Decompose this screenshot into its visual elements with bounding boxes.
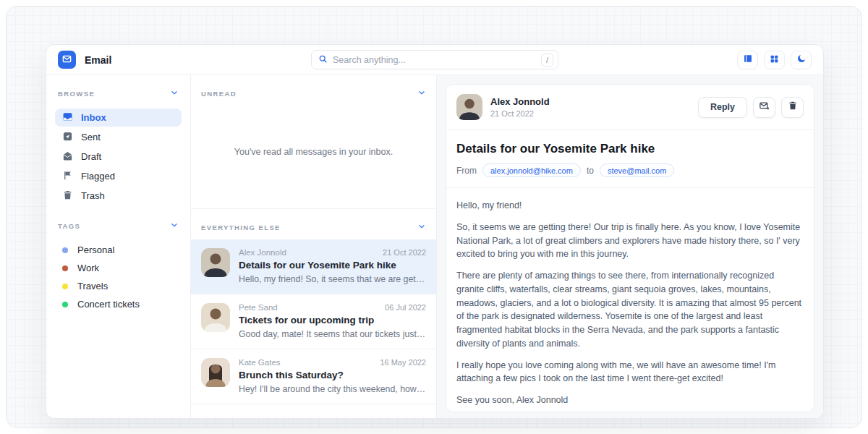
sidebar-item-label: Flagged <box>81 171 115 182</box>
sent-icon <box>62 131 73 144</box>
sidebar-item-flagged[interactable]: Flagged <box>55 167 182 185</box>
tag-item-travels[interactable]: Travels <box>55 277 182 295</box>
browse-section-header: BROWSE <box>55 85 182 101</box>
chevron-down-icon[interactable] <box>417 221 426 234</box>
grid-icon <box>770 54 779 67</box>
tag-color-dot <box>62 302 68 307</box>
email-summary: Pete Sand 06 Jul 2022 Tickets for our up… <box>239 303 426 339</box>
detail-date: 21 Oct 2022 <box>490 109 550 118</box>
detail-sender-name: Alex Jonnold <box>490 96 550 107</box>
unread-empty-state: You've read all messages in your inbox. <box>191 106 436 198</box>
sidebar-item-label: Inbox <box>81 112 106 123</box>
tag-item-work[interactable]: Work <box>55 259 182 277</box>
moon-icon <box>796 54 807 67</box>
to-label: to <box>587 166 594 176</box>
reading-list-button[interactable] <box>737 51 758 69</box>
email-list-item-kate[interactable]: Kate Gates 16 May 2022 Brunch this Satur… <box>191 349 436 404</box>
flag-icon <box>62 170 73 183</box>
email-app-window: Email / <box>46 44 824 419</box>
tag-label: Travels <box>77 281 108 292</box>
tags-nav: Personal Work Travels Concert tickets <box>55 241 182 313</box>
delete-email-button[interactable] <box>781 97 804 118</box>
envelope-forward-icon <box>759 101 770 114</box>
email-date: 21 Oct 2022 <box>383 248 426 257</box>
sidebar-item-label: Sent <box>81 132 101 142</box>
tag-color-dot <box>62 265 68 271</box>
email-sender: Kate Gates <box>239 358 281 367</box>
tags-section: TAGS Personal Work <box>55 218 182 313</box>
forward-email-button[interactable] <box>753 97 775 118</box>
email-preview: Hello, my friend! So, it seems that we a… <box>239 274 426 284</box>
detail-subject: Details for our Yosemite Park hike <box>446 130 814 156</box>
search-input[interactable] <box>333 55 536 65</box>
browse-section-title: BROWSE <box>58 90 95 98</box>
email-summary: Kate Gates 16 May 2022 Brunch this Satur… <box>239 358 426 394</box>
sidebar-item-draft[interactable]: Draft <box>55 148 182 166</box>
book-icon <box>743 54 753 67</box>
sidebar-item-trash[interactable]: Trash <box>55 187 182 205</box>
tag-item-concert-tickets[interactable]: Concert tickets <box>55 295 182 313</box>
trash-icon <box>62 190 73 203</box>
tag-color-dot <box>62 247 68 253</box>
everything-else-section-title: EVERYTHING ELSE <box>201 224 281 231</box>
avatar <box>201 358 230 387</box>
body-paragraph: There are plenty of amazing things to se… <box>456 269 804 351</box>
canvas-frame: Email / <box>6 6 862 428</box>
tags-section-header: TAGS <box>55 218 182 234</box>
email-sender: Alex Jonnold <box>239 248 286 257</box>
email-sender: Pete Sand <box>239 303 278 312</box>
sidebar-item-sent[interactable]: Sent <box>55 128 182 146</box>
from-to-row: From alex.jonnold@hike.com to steve@mail… <box>446 156 814 188</box>
app-header: Email / <box>46 45 823 75</box>
email-list-item-pete[interactable]: Pete Sand 06 Jul 2022 Tickets for our up… <box>191 294 436 349</box>
chevron-down-icon[interactable] <box>170 219 179 232</box>
email-date: 06 Jul 2022 <box>385 303 426 312</box>
email-list-item-alex[interactable]: Alex Jonnold 21 Oct 2022 Details for our… <box>191 239 436 294</box>
email-list-column: UNREAD You've read all messages in your … <box>191 75 437 418</box>
email-preview: Hey! I'll be around the city this weeken… <box>239 384 426 394</box>
email-detail-column: Alex Jonnold 21 Oct 2022 Reply <box>437 75 823 418</box>
detail-sender-block: Alex Jonnold 21 Oct 2022 <box>490 96 550 118</box>
email-logo <box>58 51 76 69</box>
search-shortcut-badge: / <box>541 54 553 67</box>
inbox-icon <box>62 111 73 124</box>
avatar <box>456 94 482 120</box>
detail-actions: Reply <box>698 97 804 118</box>
from-label: From <box>456 166 477 176</box>
email-body: Hello, my friend! So, it seems we are ge… <box>446 188 814 412</box>
search-bar[interactable]: / <box>311 50 558 69</box>
to-email-chip[interactable]: steve@mail.com <box>600 163 674 177</box>
email-summary: Alex Jonnold 21 Oct 2022 Details for our… <box>239 248 426 284</box>
avatar <box>201 248 230 277</box>
email-subject: Tickets for our upcoming trip <box>239 315 426 326</box>
reply-button[interactable]: Reply <box>698 97 747 118</box>
tag-item-personal[interactable]: Personal <box>55 241 182 259</box>
from-email-chip[interactable]: alex.jonnold@hike.com <box>482 163 581 177</box>
dark-mode-button[interactable] <box>791 51 812 69</box>
draft-icon <box>62 150 73 163</box>
sidebar-item-label: Draft <box>81 151 101 162</box>
body-paragraph: See you soon, Alex Jonnold <box>456 393 804 407</box>
email-detail-card: Alex Jonnold 21 Oct 2022 Reply <box>446 84 814 412</box>
unread-section-title: UNREAD <box>201 90 237 98</box>
sidebar: BROWSE Inbox Sent <box>46 75 191 418</box>
apps-grid-button[interactable] <box>764 51 785 69</box>
chevron-down-icon[interactable] <box>170 87 179 100</box>
unread-empty-message: You've read all messages in your inbox. <box>234 147 393 157</box>
search-icon <box>318 54 328 67</box>
email-date: 16 May 2022 <box>380 358 426 367</box>
everything-else-section-header: EVERYTHING ELSE <box>191 209 436 239</box>
trash-icon <box>788 101 798 114</box>
chevron-down-icon[interactable] <box>417 87 426 100</box>
sidebar-item-inbox[interactable]: Inbox <box>55 109 182 127</box>
email-preview: Good day, mate! It seems that our ticket… <box>239 329 426 339</box>
avatar <box>201 303 230 332</box>
app-body: BROWSE Inbox Sent <box>46 75 823 418</box>
email-subject: Brunch this Saturday? <box>239 370 426 380</box>
detail-header: Alex Jonnold 21 Oct 2022 Reply <box>446 85 814 130</box>
body-paragraph: Hello, my friend! <box>456 199 804 213</box>
envelope-icon <box>62 54 72 67</box>
tag-label: Personal <box>77 244 114 255</box>
unread-section-header: UNREAD <box>191 75 436 106</box>
body-paragraph: I really hope you love coming along with… <box>456 359 804 386</box>
